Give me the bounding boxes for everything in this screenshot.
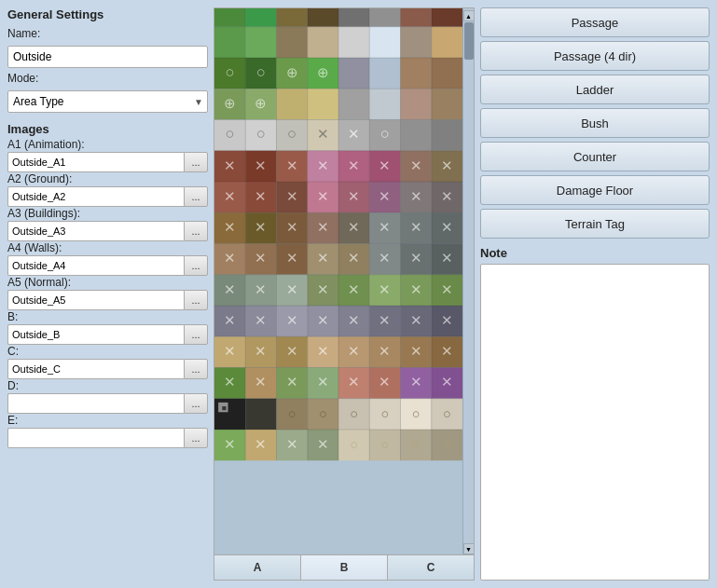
- svg-text:○: ○: [412, 406, 421, 421]
- svg-text:✕: ✕: [317, 437, 329, 452]
- svg-text:✕: ✕: [348, 251, 360, 266]
- e-browse-button[interactable]: ...: [184, 428, 208, 448]
- scroll-down-button[interactable]: ▼: [463, 543, 475, 554]
- svg-text:✕: ✕: [441, 189, 453, 204]
- svg-rect-2: [277, 8, 308, 27]
- a1-input[interactable]: [7, 152, 184, 172]
- passage-button[interactable]: Passage: [480, 7, 710, 37]
- svg-text:○: ○: [350, 437, 358, 452]
- a1-browse-button[interactable]: ...: [184, 152, 208, 172]
- svg-rect-22: [401, 58, 432, 89]
- general-settings-title: General Settings: [7, 7, 208, 21]
- note-textarea[interactable]: [480, 264, 710, 581]
- svg-text:✕: ✕: [379, 313, 391, 328]
- svg-text:✕: ✕: [410, 282, 422, 297]
- svg-text:✕: ✕: [224, 189, 236, 204]
- svg-rect-10: [277, 27, 308, 58]
- svg-text:✕: ✕: [255, 220, 267, 235]
- svg-rect-33: [369, 89, 400, 119]
- a4-input[interactable]: [7, 255, 184, 276]
- svg-text:✕: ✕: [286, 158, 298, 173]
- svg-text:✕: ✕: [410, 313, 422, 328]
- scroll-thumb[interactable]: [464, 22, 474, 60]
- svg-text:✕: ✕: [224, 344, 236, 359]
- svg-text:✕: ✕: [317, 220, 329, 235]
- svg-text:✕: ✕: [379, 375, 391, 390]
- b-label: B:: [7, 310, 208, 323]
- bush-button[interactable]: Bush: [480, 108, 710, 138]
- svg-text:○: ○: [350, 406, 358, 421]
- svg-text:✕: ✕: [410, 251, 422, 266]
- d-browse-button[interactable]: ...: [184, 393, 208, 414]
- a3-browse-button[interactable]: ...: [184, 221, 208, 241]
- c-input[interactable]: [7, 359, 184, 379]
- tileset-scrollbar[interactable]: ▲ ▼: [462, 8, 474, 554]
- svg-text:✕: ✕: [255, 344, 267, 359]
- note-label: Note: [480, 246, 710, 260]
- a5-input[interactable]: [7, 290, 184, 310]
- svg-rect-12: [338, 27, 369, 58]
- svg-text:✕: ✕: [317, 344, 329, 359]
- svg-rect-34: [401, 89, 432, 119]
- name-input[interactable]: [7, 46, 208, 68]
- e-input[interactable]: [7, 428, 184, 448]
- svg-text:✕: ✕: [441, 251, 453, 266]
- a1-label: A1 (Animation):: [7, 138, 208, 151]
- svg-rect-4: [338, 8, 369, 27]
- svg-text:✕: ✕: [379, 189, 391, 204]
- svg-text:⊕: ⊕: [317, 65, 329, 80]
- a5-row: ...: [7, 290, 208, 310]
- svg-text:✕: ✕: [224, 220, 236, 235]
- damage-floor-button[interactable]: Damage Floor: [480, 175, 710, 205]
- ladder-button[interactable]: Ladder: [480, 75, 710, 104]
- svg-text:○: ○: [380, 437, 389, 452]
- svg-text:⊕: ⊕: [286, 65, 298, 80]
- tab-c[interactable]: C: [388, 555, 474, 580]
- counter-button[interactable]: Counter: [480, 142, 710, 171]
- svg-text:○: ○: [287, 125, 296, 143]
- a3-input[interactable]: [7, 221, 184, 241]
- c-label: C:: [7, 345, 208, 358]
- mode-label: Mode:: [7, 72, 208, 85]
- terrain-tag-button[interactable]: Terrain Tag: [480, 209, 710, 239]
- svg-text:✕: ✕: [348, 158, 360, 173]
- a2-browse-button[interactable]: ...: [184, 186, 208, 207]
- a1-row: ...: [7, 152, 208, 172]
- a5-browse-button[interactable]: ...: [184, 290, 208, 310]
- svg-text:✕: ✕: [317, 251, 329, 266]
- svg-text:✕: ✕: [348, 127, 360, 142]
- tab-b[interactable]: B: [301, 555, 388, 580]
- svg-text:✕: ✕: [224, 437, 236, 452]
- svg-rect-30: [277, 89, 308, 119]
- svg-text:✕: ✕: [224, 282, 236, 297]
- passage-4dir-button[interactable]: Passage (4 dir): [480, 41, 710, 71]
- a4-row: ...: [7, 255, 208, 276]
- tab-a[interactable]: A: [214, 555, 301, 580]
- svg-rect-14: [401, 27, 432, 58]
- svg-text:○: ○: [380, 406, 389, 421]
- svg-text:○: ○: [256, 125, 266, 143]
- b-input[interactable]: [7, 324, 184, 345]
- b-row: ...: [7, 324, 208, 345]
- a4-browse-button[interactable]: ...: [184, 255, 208, 276]
- scroll-up-button[interactable]: ▲: [463, 10, 475, 21]
- c-browse-button[interactable]: ...: [184, 359, 208, 379]
- svg-text:✕: ✕: [379, 344, 391, 359]
- d-input[interactable]: [7, 393, 184, 414]
- svg-text:✕: ✕: [441, 158, 453, 173]
- svg-text:✕: ✕: [441, 344, 453, 359]
- svg-rect-11: [308, 27, 338, 58]
- mode-select[interactable]: Area Type World Type: [7, 90, 208, 113]
- tileset-display[interactable]: ○ ○ ⊕ ⊕ ⊕ ⊕: [214, 8, 462, 554]
- svg-text:✕: ✕: [286, 313, 298, 328]
- images-title: Images: [7, 122, 208, 136]
- svg-rect-44: [401, 119, 432, 150]
- a5-label: A5 (Normal):: [7, 276, 208, 289]
- svg-text:✕: ✕: [286, 189, 298, 204]
- svg-text:✕: ✕: [410, 375, 422, 390]
- svg-text:✕: ✕: [317, 313, 329, 328]
- b-browse-button[interactable]: ...: [184, 324, 208, 345]
- svg-text:○: ○: [256, 63, 266, 81]
- svg-text:✕: ✕: [286, 437, 298, 452]
- a2-input[interactable]: [7, 186, 184, 207]
